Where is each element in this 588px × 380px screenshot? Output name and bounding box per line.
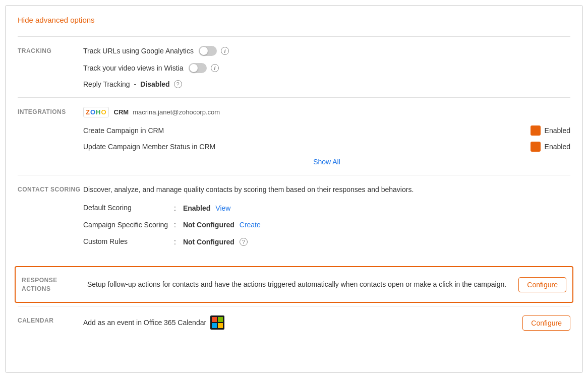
contact-scoring-content: Discover, analyze, and manage quality co… bbox=[83, 184, 570, 254]
wistia-row: Track your video views in Wistia i bbox=[83, 63, 570, 73]
zoho-header: ZOHO CRM macrina.janet@zohocorp.com bbox=[83, 107, 570, 117]
zoho-email: macrina.janet@zohocorp.com bbox=[133, 108, 220, 116]
contact-scoring-section: CONTACT SCORING Discover, analyze, and m… bbox=[18, 175, 570, 263]
campaign-scoring-label: Campaign Specific Scoring bbox=[83, 220, 174, 230]
svg-rect-4 bbox=[218, 323, 223, 328]
default-scoring-view-link[interactable]: View bbox=[215, 204, 230, 212]
advanced-options-panel: Hide advanced options TRACKING Track URL… bbox=[5, 5, 583, 373]
create-campaign-checkbox[interactable] bbox=[531, 125, 541, 136]
tracking-section: TRACKING Track URLs using Google Analyti… bbox=[18, 36, 570, 97]
calendar-configure-wrapper: Configure bbox=[512, 315, 570, 331]
scoring-description: Discover, analyze, and manage quality co… bbox=[83, 184, 570, 195]
response-actions-section: RESPONSE ACTIONS Setup follow-up actions… bbox=[15, 266, 573, 303]
office365-label: Add as an event in Office 365 Calendar bbox=[83, 319, 206, 327]
show-all-link[interactable]: Show All bbox=[83, 158, 570, 166]
default-scoring-colon: : bbox=[174, 204, 176, 212]
reply-tracking-separator: - bbox=[134, 80, 137, 88]
campaign-scoring-colon: : bbox=[174, 221, 176, 229]
calendar-label: CALENDAR bbox=[18, 315, 83, 331]
custom-rules-row: Custom Rules : Not Configured ? bbox=[83, 237, 570, 247]
reply-tracking-label: Reply Tracking bbox=[83, 80, 130, 88]
zoho-logo-box: ZOHO bbox=[83, 107, 109, 117]
wistia-label: Track your video views in Wistia bbox=[83, 64, 184, 72]
zoho-h: H bbox=[96, 108, 100, 116]
custom-rules-value: Not Configured bbox=[183, 238, 234, 246]
reply-tracking-text: Reply Tracking - Disabled bbox=[83, 80, 170, 88]
calendar-content: Add as an event in Office 365 Calendar bbox=[83, 315, 512, 331]
office365-icon bbox=[210, 315, 224, 330]
google-analytics-label: Track URLs using Google Analytics bbox=[83, 47, 194, 55]
create-campaign-status: Enabled bbox=[545, 126, 570, 135]
update-campaign-row: Update Campaign Member Status in CRM Ena… bbox=[83, 142, 570, 152]
integrations-label: INTEGRATIONS bbox=[18, 107, 83, 166]
google-analytics-row: Track URLs using Google Analytics i bbox=[83, 46, 570, 56]
zoho-z: Z bbox=[86, 108, 90, 116]
default-scoring-row: Default Scoring : Enabled View bbox=[83, 203, 570, 213]
update-campaign-checkbox[interactable] bbox=[531, 142, 541, 152]
custom-rules-colon: : bbox=[174, 238, 176, 246]
campaign-scoring-value: Not Configured bbox=[183, 221, 234, 229]
custom-rules-help-icon[interactable]: ? bbox=[240, 238, 248, 246]
create-campaign-row: Create Campaign in CRM Enabled bbox=[83, 125, 570, 136]
calendar-row: Add as an event in Office 365 Calendar bbox=[83, 315, 512, 330]
zoho-logo: ZOHO bbox=[83, 107, 111, 117]
update-campaign-label: Update Campaign Member Status in CRM bbox=[83, 143, 531, 151]
reply-tracking-row: Reply Tracking - Disabled ? bbox=[83, 80, 570, 88]
response-actions-description: Setup follow-up actions for contacts and… bbox=[87, 279, 508, 290]
create-campaign-label: Create Campaign in CRM bbox=[83, 126, 531, 135]
google-analytics-info-icon[interactable]: i bbox=[221, 47, 229, 55]
wistia-info-icon[interactable]: i bbox=[211, 64, 219, 72]
response-actions-label: RESPONSE ACTIONS bbox=[22, 276, 87, 293]
svg-rect-3 bbox=[212, 323, 217, 328]
crm-label: CRM bbox=[114, 108, 129, 116]
campaign-scoring-row: Campaign Specific Scoring : Not Configur… bbox=[83, 220, 570, 230]
contact-scoring-label: CONTACT SCORING bbox=[18, 184, 83, 254]
response-actions-wrapper: RESPONSE ACTIONS Setup follow-up actions… bbox=[18, 263, 570, 306]
custom-rules-label: Custom Rules bbox=[83, 237, 174, 247]
google-analytics-toggle[interactable] bbox=[199, 46, 217, 56]
hide-advanced-link[interactable]: Hide advanced options bbox=[18, 16, 95, 24]
response-actions-configure-button[interactable]: Configure bbox=[518, 277, 566, 292]
tracking-label: TRACKING bbox=[18, 46, 83, 88]
svg-rect-2 bbox=[218, 317, 223, 322]
svg-rect-1 bbox=[212, 317, 217, 322]
update-campaign-status: Enabled bbox=[545, 143, 570, 151]
integrations-content: ZOHO CRM macrina.janet@zohocorp.com Crea… bbox=[83, 107, 570, 166]
reply-tracking-help-icon[interactable]: ? bbox=[174, 80, 182, 88]
reply-tracking-status: Disabled bbox=[140, 80, 169, 88]
zoho-o2: O bbox=[101, 108, 106, 116]
calendar-section: CALENDAR Add as an event in Office 365 C… bbox=[18, 306, 570, 340]
zoho-o: O bbox=[90, 108, 95, 116]
calendar-configure-button[interactable]: Configure bbox=[522, 315, 570, 331]
campaign-scoring-create-link[interactable]: Create bbox=[240, 221, 261, 229]
tracking-content: Track URLs using Google Analytics i Trac… bbox=[83, 46, 570, 88]
wistia-toggle[interactable] bbox=[189, 63, 207, 73]
integrations-section: INTEGRATIONS ZOHO CRM macrina.janet@zoho… bbox=[18, 97, 570, 175]
default-scoring-value: Enabled bbox=[183, 204, 210, 212]
default-scoring-label: Default Scoring bbox=[83, 203, 174, 213]
